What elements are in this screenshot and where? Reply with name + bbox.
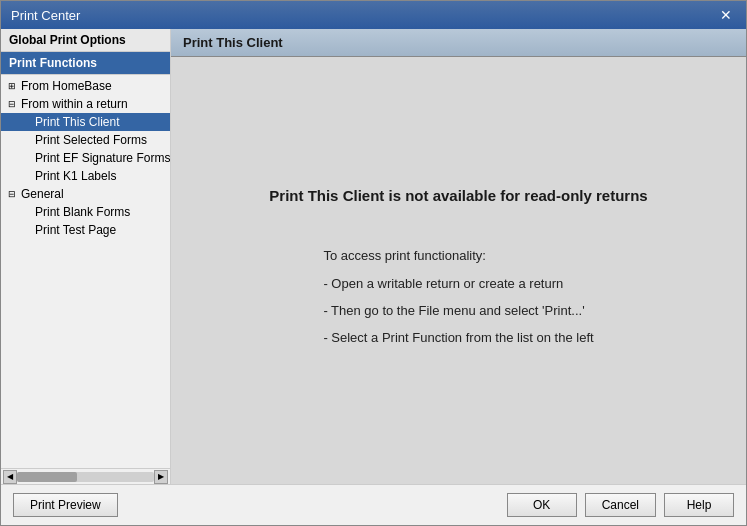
expander-icon: ⊟: [5, 187, 19, 201]
scroll-track[interactable]: [17, 472, 154, 482]
instructions: To access print functionality: - Open a …: [323, 244, 593, 354]
scroll-thumb[interactable]: [17, 472, 77, 482]
expander-icon: ⊞: [5, 79, 19, 93]
print-preview-button[interactable]: Print Preview: [13, 493, 118, 517]
dialog-title: Print Center: [11, 8, 80, 23]
tree-item-from-within-return[interactable]: ⊟ From within a return: [1, 95, 170, 113]
scroll-right-arrow[interactable]: ▶: [154, 470, 168, 484]
tree-area: ⊞ From HomeBase ⊟ From within a return ⊟…: [1, 75, 170, 468]
left-panel: Global Print Options Print Functions ⊞ F…: [1, 29, 171, 484]
tree-item-print-k1-labels[interactable]: ⊟ Print K1 Labels: [1, 167, 170, 185]
close-button[interactable]: ✕: [716, 7, 736, 23]
main-message: Print This Client is not available for r…: [269, 187, 647, 204]
tree-item-print-ef-signature[interactable]: ⊟ Print EF Signature Forms: [1, 149, 170, 167]
instruction-intro: To access print functionality:: [323, 244, 593, 267]
tree-item-print-test-page[interactable]: ⊟ Print Test Page: [1, 221, 170, 239]
ok-button[interactable]: OK: [507, 493, 577, 517]
right-panel-content: Print This Client is not available for r…: [171, 57, 746, 484]
tree-item-print-this-client[interactable]: ⊟ Print This Client: [1, 113, 170, 131]
tree-item-from-homebase[interactable]: ⊞ From HomeBase: [1, 77, 170, 95]
footer-right: OK Cancel Help: [507, 493, 734, 517]
global-print-options-header[interactable]: Global Print Options: [1, 29, 170, 52]
instruction-step2: - Then go to the File menu and select 'P…: [323, 299, 593, 322]
right-panel: Print This Client Print This Client is n…: [171, 29, 746, 484]
instruction-step1: - Open a writable return or create a ret…: [323, 272, 593, 295]
scroll-left-arrow[interactable]: ◀: [3, 470, 17, 484]
dialog-content: Global Print Options Print Functions ⊞ F…: [1, 29, 746, 484]
right-panel-header: Print This Client: [171, 29, 746, 57]
print-center-dialog: Print Center ✕ Global Print Options Prin…: [0, 0, 747, 526]
instruction-step3: - Select a Print Function from the list …: [323, 326, 593, 349]
cancel-button[interactable]: Cancel: [585, 493, 656, 517]
print-functions-header[interactable]: Print Functions: [1, 52, 170, 75]
tree-item-print-blank-forms[interactable]: ⊟ Print Blank Forms: [1, 203, 170, 221]
footer-left: Print Preview: [13, 493, 118, 517]
horizontal-scrollbar[interactable]: ◀ ▶: [1, 468, 170, 484]
title-bar: Print Center ✕: [1, 1, 746, 29]
tree-item-general[interactable]: ⊟ General: [1, 185, 170, 203]
tree-item-print-selected-forms[interactable]: ⊟ Print Selected Forms: [1, 131, 170, 149]
help-button[interactable]: Help: [664, 493, 734, 517]
dialog-footer: Print Preview OK Cancel Help: [1, 484, 746, 525]
expander-icon: ⊟: [5, 97, 19, 111]
